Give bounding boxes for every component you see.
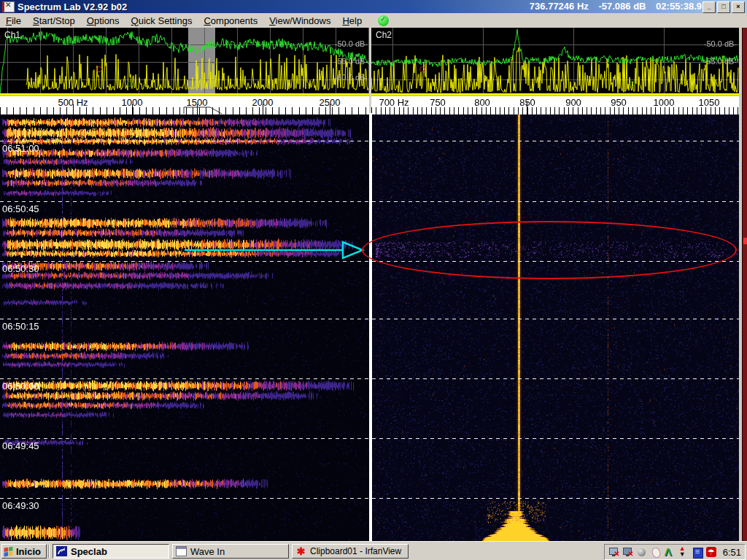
messenger-disconnected-icon[interactable]: ✕	[622, 546, 634, 558]
time-gridline	[0, 378, 739, 379]
amplitude-bar[interactable]	[742, 28, 747, 541]
ruler-label: 2500	[320, 97, 341, 108]
taskbar-item-irfanview[interactable]: ✱ Clipboard01 - IrfanView	[292, 544, 409, 559]
ruler-ticks	[371, 107, 739, 114]
processing-status-icon[interactable]	[378, 15, 389, 26]
menu-quick-settings[interactable]: Quick Settings	[125, 15, 198, 27]
taskbar-item-label: Speclab	[71, 546, 107, 557]
waterfall-divider	[369, 113, 372, 541]
time-gridline	[0, 438, 739, 439]
minimize-button[interactable]: _	[703, 1, 716, 13]
frequency-readout: 736.77246 Hz	[530, 1, 589, 12]
time-gridline	[0, 141, 739, 141]
menu-components[interactable]: Components	[198, 15, 263, 27]
taskbar-item-speclab[interactable]: Speclab	[53, 544, 169, 559]
ch2-label: Ch2	[376, 30, 392, 40]
time-label: 06:49:45	[2, 440, 39, 451]
frequency-ruler-left[interactable]: 500 Hz 1000 1500 2000 2500	[0, 95, 369, 114]
time-gridline	[0, 201, 739, 202]
ch1-db-label-55: -55.0 dB-	[320, 57, 368, 66]
time-label: 06:50:00	[2, 381, 39, 392]
menu-view-windows[interactable]: View/Windows	[263, 15, 336, 27]
ch1-label: Ch1	[4, 30, 20, 40]
start-button-label: Inicio	[16, 546, 41, 557]
window-titlebar[interactable]: Spectrum Lab V2.92 b02 736.77246 Hz -57.…	[0, 0, 747, 13]
pane-divider	[369, 28, 371, 113]
time-label: 06:49:30	[2, 500, 39, 511]
time-gridline	[0, 498, 739, 499]
taskbar-divider	[48, 545, 50, 558]
ch1-db-label-50: -50.0 dB-	[320, 39, 368, 48]
spectrum-lab-window: Spectrum Lab V2.92 b02 736.77246 Hz -57.…	[0, 0, 747, 560]
frequency-ruler-right[interactable]: 700 Hz 750 800 850 900 950 1000 1050	[371, 95, 739, 114]
ruler-label: 2000	[252, 97, 274, 108]
taskbar: Inicio Speclab Wave In ✱ Clipboard01 - I…	[0, 541, 747, 560]
ch2-db-label-55: -55.0 dB-	[689, 57, 737, 66]
amplitude-marker	[743, 238, 747, 244]
annotation-ellipse	[362, 221, 737, 279]
menu-bar: File Start/Stop Options Quick Settings C…	[0, 13, 747, 28]
system-tray: ✕ ✕ Λ ▲▼ ☂ 6:51	[604, 544, 746, 560]
ch2-waterfall-display[interactable]	[372, 113, 739, 541]
app-icon	[2, 1, 15, 12]
maximize-button[interactable]: □	[717, 1, 730, 13]
ch1-spectrum-display[interactable]	[0, 28, 369, 95]
ruler-label: 950	[611, 97, 627, 108]
time-label: 06:50:15	[2, 321, 39, 332]
menu-file[interactable]: File	[0, 15, 27, 27]
ruler-label: 900	[565, 97, 581, 108]
ruler-label: 800	[474, 97, 490, 108]
menu-start-stop[interactable]: Start/Stop	[27, 15, 81, 27]
taskbar-item-wave-in[interactable]: Wave In	[172, 544, 289, 559]
ch1-db-label-60: -60.0 dB-	[320, 73, 368, 82]
ruler-label: 700 Hz	[379, 97, 409, 108]
ruler-label: 500 Hz	[58, 97, 88, 108]
cursor-readout: 736.77246 Hz -57.086 dB 02:55:38.9	[522, 1, 702, 12]
level-readout: -57.086 dB	[598, 1, 646, 12]
speclab-icon	[56, 546, 67, 556]
volume-icon[interactable]	[636, 546, 648, 558]
taskbar-item-label: Clipboard01 - IrfanView	[310, 546, 401, 556]
windows-logo-icon	[4, 546, 14, 556]
ruler-label: 750	[430, 97, 446, 108]
ruler-label: 1000	[654, 97, 675, 108]
pointing-device-icon[interactable]	[650, 546, 662, 558]
time-label: 06:51:00	[2, 143, 39, 154]
ch2-spectrum-display[interactable]	[371, 28, 739, 95]
time-readout: 02:55:38.9	[656, 1, 702, 12]
menu-options[interactable]: Options	[81, 15, 125, 27]
graphics-tool-icon[interactable]: Λ	[664, 546, 676, 558]
network-disconnected-icon[interactable]: ✕	[608, 546, 620, 558]
ch2-db-label-50: -50.0 dB-	[689, 39, 737, 48]
address-book-icon[interactable]	[692, 546, 703, 558]
ruler-label: 1000	[122, 97, 143, 108]
taskbar-item-label: Wave In	[190, 546, 225, 557]
start-button[interactable]: Inicio	[1, 544, 47, 559]
updown-arrows-icon[interactable]: ▲▼	[678, 546, 689, 558]
close-button[interactable]: ×	[732, 1, 745, 13]
wave-in-icon	[176, 546, 187, 556]
window-title: Spectrum Lab V2.92 b02	[18, 1, 127, 12]
time-label: 06:50:30	[2, 263, 39, 274]
ch1-waterfall-display[interactable]	[0, 113, 369, 541]
ruler-label: 850	[519, 97, 535, 108]
time-label: 06:50:45	[2, 203, 39, 214]
ruler-label: 1500	[187, 97, 208, 108]
ruler-label: 1050	[699, 97, 720, 108]
menu-help[interactable]: Help	[336, 15, 368, 27]
taskbar-clock[interactable]: 6:51	[723, 547, 741, 558]
avira-antivirus-icon[interactable]: ☂	[705, 546, 717, 558]
annotation-arrow-icon	[181, 240, 368, 260]
time-gridline	[0, 319, 739, 319]
irfanview-icon: ✱	[295, 546, 306, 556]
